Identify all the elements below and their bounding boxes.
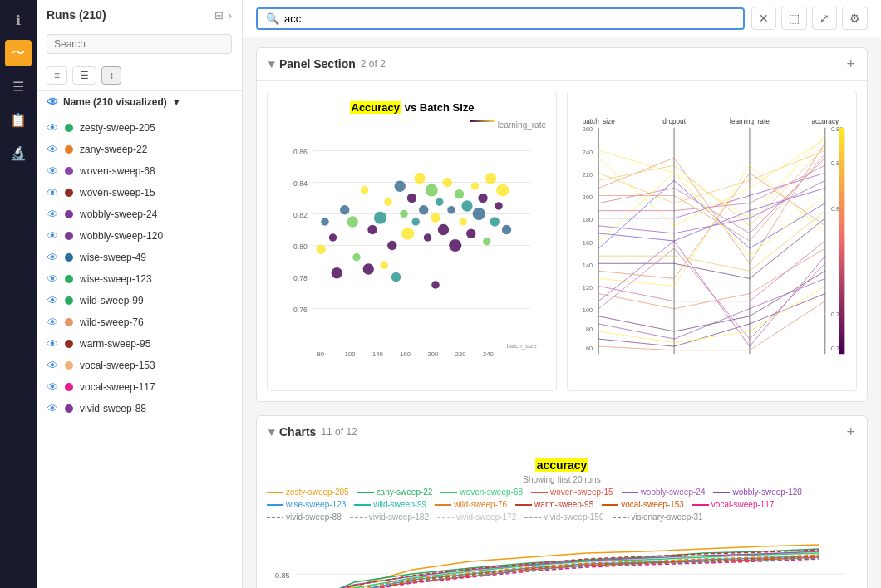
svg-text:0.86: 0.86 [293, 148, 308, 156]
parallel-svg: batch_size dropout learning_rate accurac… [576, 100, 848, 382]
run-item[interactable]: 👁 wobbly-sweep-120 [37, 225, 242, 247]
name-visualized-row[interactable]: 👁 Name (210 visualized) ▾ [37, 91, 242, 114]
filter-lines-button[interactable]: ≡ [47, 66, 67, 85]
run-item[interactable]: 👁 wild-sweep-99 [37, 290, 242, 311]
charts-section-add-button[interactable]: + [846, 424, 855, 439]
run-eye-icon[interactable]: 👁 [47, 359, 58, 372]
clear-button[interactable]: ✕ [751, 7, 776, 30]
run-item[interactable]: 👁 zany-sweep-22 [37, 139, 242, 160]
svg-point-60 [317, 245, 326, 254]
svg-text:120: 120 [583, 284, 593, 292]
sidebar-expand-icon[interactable]: › [229, 9, 232, 22]
panel-section-chevron[interactable]: ▾ [268, 57, 274, 71]
svg-point-49 [483, 238, 491, 246]
run-item[interactable]: 👁 wobbly-sweep-24 [37, 203, 242, 225]
svg-text:200: 200 [583, 194, 593, 201]
legend-item: vivid-sweep-182 [350, 512, 429, 522]
nav-table-icon[interactable]: ☰ [5, 73, 32, 100]
sidebar: Runs (210) ⊞ › ≡ ☰ ↕ 👁 Name (210 visuali… [37, 0, 243, 588]
run-eye-icon[interactable]: 👁 [47, 186, 58, 199]
charts-section-header: ▾ Charts 11 of 12 + [257, 416, 867, 448]
svg-point-48 [478, 194, 487, 203]
svg-point-55 [352, 253, 361, 262]
panel-search-input[interactable] [284, 12, 735, 25]
run-eye-icon[interactable]: 👁 [47, 316, 58, 329]
svg-text:accuracy: accuracy [811, 118, 839, 125]
legend-label: wobbly-sweep-24 [641, 488, 706, 497]
svg-point-45 [466, 229, 475, 238]
legend-label: vivid-sweep-172 [456, 512, 516, 522]
run-eye-icon[interactable]: 👁 [47, 294, 58, 307]
run-eye-icon[interactable]: 👁 [47, 337, 58, 350]
settings-button[interactable]: ⚙ [842, 7, 868, 30]
legend-item: visionary-sweep-31 [613, 512, 703, 522]
svg-point-54 [502, 225, 511, 234]
expand-button[interactable]: ⤢ [812, 7, 837, 30]
run-item[interactable]: 👁 wise-sweep-49 [37, 247, 242, 268]
svg-point-22 [361, 186, 369, 194]
layout-button[interactable]: ⬚ [781, 7, 807, 30]
filter-sort-button[interactable]: ↕ [101, 66, 121, 85]
run-color-dot [65, 318, 73, 326]
legend-label: vocal-sweep-153 [621, 500, 684, 509]
name-dropdown-icon[interactable]: ▾ [174, 96, 179, 108]
run-item[interactable]: 👁 woven-sweep-68 [37, 160, 242, 182]
run-item[interactable]: 👁 woven-sweep-15 [37, 182, 242, 203]
svg-text:0.80: 0.80 [293, 243, 308, 251]
accuracy-highlight: accuracy [535, 458, 589, 472]
run-item[interactable]: 👁 zesty-sweep-205 [37, 117, 242, 139]
legend-dash-icon [267, 513, 283, 522]
sidebar-search-input[interactable] [47, 34, 232, 54]
legend-wrap: zesty-sweep-205 zany-sweep-22 woven-swee… [267, 488, 857, 522]
run-eye-icon[interactable]: 👁 [47, 251, 58, 264]
run-eye-icon[interactable]: 👁 [47, 143, 58, 156]
nav-report-icon[interactable]: 📋 [5, 106, 32, 133]
svg-point-46 [471, 183, 480, 191]
sidebar-grid-icon[interactable]: ⊞ [214, 9, 224, 22]
run-color-dot [65, 145, 73, 154]
run-color-dot [65, 167, 73, 175]
run-eye-icon[interactable]: 👁 [47, 380, 58, 394]
svg-point-62 [332, 267, 342, 278]
learning-rate-legend-line [470, 120, 495, 122]
run-eye-icon[interactable]: 👁 [47, 208, 58, 221]
panel-section-add-button[interactable]: + [846, 56, 855, 71]
svg-point-53 [496, 184, 509, 196]
nav-chart-icon[interactable]: 〜 [5, 40, 32, 66]
legend-dash-icon [531, 488, 548, 497]
filter-grid-button[interactable]: ☰ [72, 66, 96, 85]
run-eye-icon[interactable]: 👁 [47, 229, 58, 243]
run-item[interactable]: 👁 wise-sweep-123 [37, 268, 242, 290]
run-eye-icon[interactable]: 👁 [47, 402, 58, 415]
run-eye-icon[interactable]: 👁 [47, 272, 58, 286]
run-eye-icon[interactable]: 👁 [47, 164, 58, 178]
svg-text:140: 140 [583, 262, 593, 269]
run-item[interactable]: 👁 warm-sweep-95 [37, 333, 242, 355]
panel-section-title: ▾ Panel Section 2 of 2 [268, 57, 386, 71]
legend-item: wild-sweep-99 [354, 500, 426, 509]
svg-text:80: 80 [317, 350, 324, 358]
run-eye-icon[interactable]: 👁 [47, 121, 58, 135]
search-box[interactable]: 🔍 [256, 7, 745, 30]
run-item[interactable]: 👁 vocal-sweep-117 [37, 376, 242, 398]
legend-label: woven-sweep-15 [550, 488, 613, 497]
run-color-dot [65, 275, 73, 283]
svg-point-39 [443, 178, 452, 187]
scatter-title-highlight: Accuracy [350, 101, 402, 114]
legend-item: vocal-sweep-117 [692, 500, 775, 509]
legend-dash-icon [613, 513, 629, 522]
run-label: wobbly-sweep-120 [80, 230, 163, 242]
legend-dash-icon [515, 501, 532, 509]
scatter-svg-wrap: 0.86 0.84 0.82 0.80 0.78 0.76 80 100 140 [278, 133, 546, 374]
run-color-dot [65, 361, 73, 370]
charts-section-count: 11 of 12 [321, 426, 357, 438]
run-item[interactable]: 👁 wild-sweep-76 [37, 311, 242, 333]
legend-label: vivid-sweep-88 [286, 512, 342, 522]
run-item[interactable]: 👁 vivid-sweep-88 [37, 398, 242, 419]
run-item[interactable]: 👁 vocal-sweep-153 [37, 355, 242, 376]
nav-info-icon[interactable]: ℹ [5, 7, 32, 33]
run-label: zesty-sweep-205 [80, 122, 155, 134]
charts-section-chevron[interactable]: ▾ [268, 425, 274, 439]
svg-text:200: 200 [428, 350, 439, 358]
nav-lab-icon[interactable]: 🔬 [5, 140, 32, 166]
